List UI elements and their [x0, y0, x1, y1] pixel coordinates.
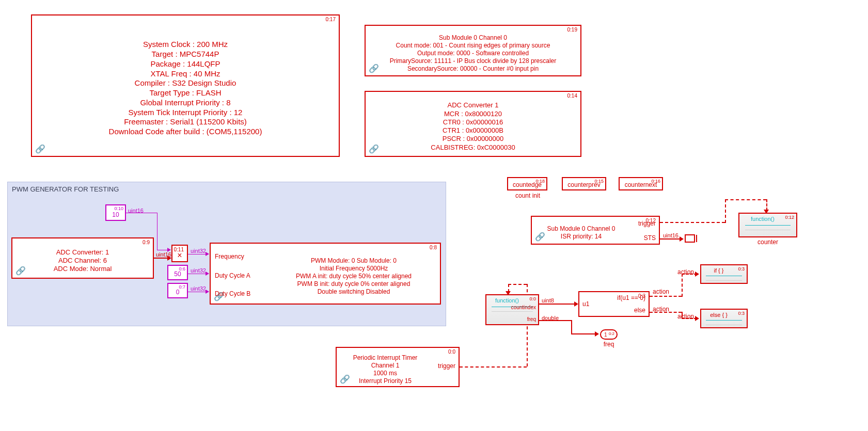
countedge-tag-block[interactable]: 0:18 countedge [507, 177, 547, 190]
pwm-block[interactable]: 0:8 🔗 Frequency Duty Cycle A Duty Cycle … [210, 243, 441, 305]
block-tag: 0:14 [567, 93, 577, 99]
arrow-icon [167, 248, 171, 252]
signal-line [539, 304, 576, 305]
arrow-icon [167, 256, 171, 261]
signal-line [571, 320, 572, 333]
arrow-icon [206, 272, 209, 276]
function-label: else { } [701, 312, 736, 318]
text-line: MCR : 0x80000120 [444, 110, 502, 118]
constant-10-block[interactable]: 0:10 10 [105, 204, 126, 221]
block-tag: 0:3 [738, 266, 745, 272]
text-line: PrimarySource: 11111 - IP Bus clock divi… [390, 57, 557, 65]
signal-line [571, 333, 597, 334]
block-tag: 0:10 [114, 206, 123, 211]
outport-number: 1 [604, 331, 607, 339]
trigger-line [460, 366, 527, 368]
port-label: STS [644, 234, 656, 242]
port-label: trigger [638, 220, 656, 227]
trigger-line [725, 199, 726, 223]
text-line: PWM B init: duty cycle 0% center aligned [297, 280, 411, 288]
text-line: Double switching Disabled [318, 288, 390, 296]
adc-read-block[interactable]: 0:9 🔗 ADC Converter: 1 ADC Channel: 6 AD… [11, 237, 154, 279]
text-line: XTAL Freq : 40 MHz [150, 69, 220, 79]
text-line: Channel 1 [371, 362, 400, 370]
etimer-isr-block[interactable]: 0:12 🔗 Sub Module 0 Channel 0 ISR priori… [531, 216, 660, 245]
constant-50-block[interactable]: 0:6 50 [167, 265, 188, 280]
etimer-config-block[interactable]: 0:19 🔗 Sub Module 0 Channel 0 Count mode… [365, 25, 581, 76]
text-line: ADC Channel: 6 [58, 257, 107, 265]
product-block[interactable]: 0:11 × [171, 245, 188, 262]
arrow-icon [206, 290, 209, 294]
action-line [682, 274, 683, 297]
port-label: Duty Cycle A [215, 272, 250, 279]
countindex-function-block[interactable]: 0:0 function() countindex freq [485, 294, 539, 325]
block-tag: 0:0 [448, 349, 455, 355]
pit-block[interactable]: 0:0 🔗 Periodic Interrupt Timer Channel 1… [336, 347, 460, 387]
system-config-block[interactable]: 0:17 🔗 System Clock : 200 MHz Target : M… [31, 14, 340, 157]
text-line: PWM A init: duty cycle 50% center aligne… [296, 273, 412, 280]
text-line: 1000 ms [373, 370, 397, 377]
tag-label: countedge [508, 181, 546, 188]
counterprev-tag-block[interactable]: 0:15 counterprev [562, 177, 606, 190]
else-action-subsystem-block[interactable]: 0:3 else { } [700, 309, 748, 328]
signal-line [157, 213, 157, 250]
terminator-block[interactable] [685, 234, 695, 243]
if-action-subsystem-block[interactable]: 0:3 if { } [700, 264, 748, 284]
group-title: PWM GENERATOR FOR TESTING [12, 185, 119, 193]
port-label: trigger [438, 362, 455, 370]
if-block[interactable]: 0:3 u1 if(u1 == 0) else [578, 291, 650, 317]
text-line: System Tick Interrupt Priority : 12 [129, 108, 243, 118]
text-line: ADC Converter: 1 [56, 248, 109, 257]
arrow-icon [680, 236, 684, 242]
arrow-icon [695, 272, 699, 277]
arrow-icon [695, 316, 699, 321]
signal-line [539, 320, 571, 321]
port-label: u1 [582, 300, 589, 308]
text-line: Freemaster : Serial1 (115200 Kbits) [124, 117, 247, 127]
text-line: ADC Converter 1 [448, 101, 499, 109]
port-label: action [677, 313, 694, 320]
tag-label: counterprev [563, 181, 605, 188]
text-line: CTR0 : 0x00000016 [443, 118, 503, 126]
counternext-tag-block[interactable]: 0:16 counternext [619, 177, 663, 190]
text-line: Download Code after build : (COM5,115200… [109, 127, 262, 137]
else-label: else [634, 307, 645, 314]
block-tag: 0:9 [143, 240, 150, 245]
port-label: Duty Cycle B [215, 290, 250, 297]
arrow-icon [574, 301, 578, 307]
text-line: Output mode: 0000 - Software controlled [417, 50, 529, 57]
action-line [650, 312, 682, 313]
text-line: CALBISTREG: 0xC0000030 [431, 143, 515, 152]
text-line: Initial Frequency 5000Hz [320, 265, 388, 273]
terminator-bar [696, 235, 697, 242]
block-tag: 0:3 [738, 311, 745, 316]
block-caption: freq [598, 341, 620, 348]
block-value: 10 [106, 211, 125, 218]
adc-config-block[interactable]: 0:14 🔗 ADC Converter 1 MCR : 0x80000120 … [365, 91, 581, 157]
port-label: action [653, 288, 669, 295]
text-line: SecondarySource: 00000 - Counter #0 inpu… [407, 65, 539, 73]
port-label: countindex [511, 305, 536, 310]
constant-0-block[interactable]: 0:7 0 [167, 283, 188, 298]
type-label: uint32 [191, 267, 206, 274]
function-label: if { } [701, 267, 736, 274]
block-tag: 0:2 [609, 330, 614, 338]
arrow-icon [595, 331, 599, 337]
text-line: Compiler : S32 Design Studio [135, 78, 236, 88]
text-line: CTR1 : 0x0000000B [443, 126, 503, 135]
type-label: uint8 [542, 297, 554, 304]
function-label: function() [486, 297, 528, 304]
trigger-line [508, 284, 527, 285]
block-value: 50 [168, 270, 187, 278]
text-line: Global Interrupt Priority : 8 [140, 98, 230, 108]
outport-freq[interactable]: 0:2 1 [600, 329, 618, 340]
counter-function-block[interactable]: 0:12 function() [738, 213, 797, 237]
text-line: ISR priority: 14 [561, 233, 602, 241]
trigger-line [660, 222, 725, 223]
text-line: Periodic Interrupt Timer [353, 354, 418, 362]
block-tag: 0:0 [529, 296, 536, 301]
text-line: System Clock : 200 MHz [143, 40, 228, 50]
text-line: Interrupt Priority 15 [359, 377, 412, 385]
block-tag: 0:12 [785, 215, 794, 220]
signal-line [660, 238, 682, 240]
